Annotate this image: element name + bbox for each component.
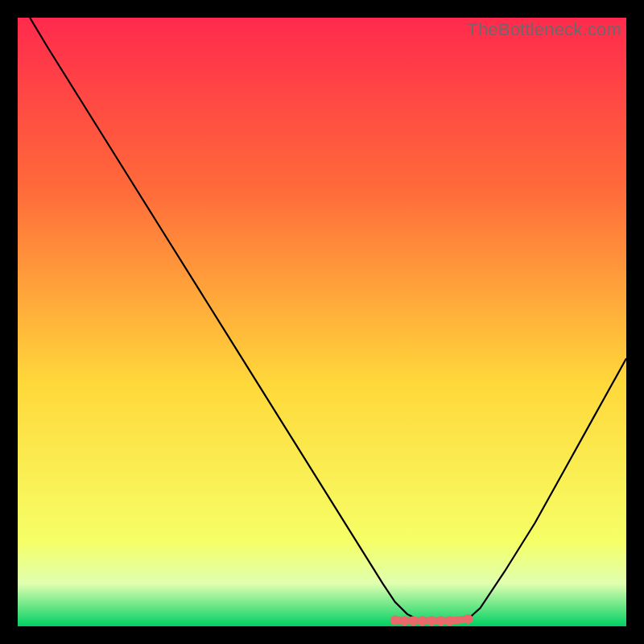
marker-dot [445,616,455,625]
bottleneck-curve [30,18,626,621]
chart-frame: TheBottleneck.com [18,18,626,626]
marker-dot [418,616,427,625]
marker-dot [427,616,436,625]
flat-region-markers [390,614,473,625]
marker-dot [463,614,473,624]
marker-dot [436,616,445,625]
marker-dot [390,615,400,625]
watermark-text: TheBottleneck.com [467,19,621,40]
chart-plot [18,18,626,626]
marker-dot [408,616,418,625]
marker-dot [399,616,409,625]
